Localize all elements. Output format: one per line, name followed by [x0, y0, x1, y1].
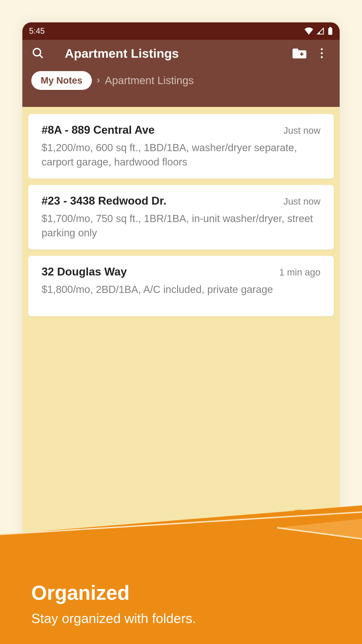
battery-icon: [328, 27, 333, 35]
svg-point-8: [321, 56, 323, 58]
page-title: Apartment Listings: [47, 46, 288, 60]
svg-rect-0: [328, 28, 332, 35]
note-timestamp: Just now: [283, 125, 321, 136]
breadcrumb-root[interactable]: My Notes: [31, 71, 92, 90]
note-body: $1,200/mo, 600 sq ft., 1BD/1BA, washer/d…: [41, 140, 321, 169]
breadcrumb: My Notes › Apartment Listings: [22, 67, 340, 107]
promo-banner: Organized Stay organized with folders.: [0, 505, 362, 644]
status-indicators: [304, 27, 333, 35]
breadcrumb-current: Apartment Listings: [105, 71, 194, 86]
note-body: $1,700/mo, 750 sq ft., 1BR/1BA, in-unit …: [41, 211, 321, 240]
note-card[interactable]: #23 - 3438 Redwood Dr. Just now $1,700/m…: [28, 185, 334, 250]
overflow-menu-icon[interactable]: [311, 48, 333, 58]
phone-frame: 5:45 Apartment Listings My Notes › Apart: [22, 22, 340, 559]
svg-line-3: [39, 55, 43, 58]
note-card[interactable]: 32 Douglas Way 1 min ago $1,800/mo, 2BD/…: [28, 256, 334, 316]
svg-point-2: [33, 48, 41, 56]
note-title: #8A - 889 Central Ave: [41, 124, 155, 136]
new-folder-icon[interactable]: [288, 48, 311, 59]
notes-list: #8A - 889 Central Ave Just now $1,200/mo…: [22, 107, 340, 316]
note-timestamp: 1 min ago: [279, 267, 321, 278]
svg-point-6: [321, 48, 323, 50]
note-card[interactable]: #8A - 889 Central Ave Just now $1,200/mo…: [28, 114, 334, 179]
banner-title: Organized: [31, 582, 196, 604]
search-icon[interactable]: [29, 47, 47, 60]
status-bar: 5:45: [22, 22, 340, 40]
banner-subtitle: Stay organized with folders.: [31, 611, 196, 626]
wifi-icon: [304, 28, 313, 35]
note-timestamp: Just now: [283, 196, 321, 207]
cell-signal-icon: [316, 28, 325, 35]
status-time: 5:45: [29, 26, 45, 36]
app-bar: Apartment Listings: [22, 40, 340, 67]
note-title: 32 Douglas Way: [41, 265, 127, 278]
svg-rect-1: [329, 27, 331, 28]
svg-point-7: [321, 52, 323, 54]
note-title: #23 - 3438 Redwood Dr.: [41, 194, 166, 207]
chevron-right-icon: ›: [97, 71, 100, 86]
note-body: $1,800/mo, 2BD/1BA, A/C included, privat…: [41, 282, 321, 296]
